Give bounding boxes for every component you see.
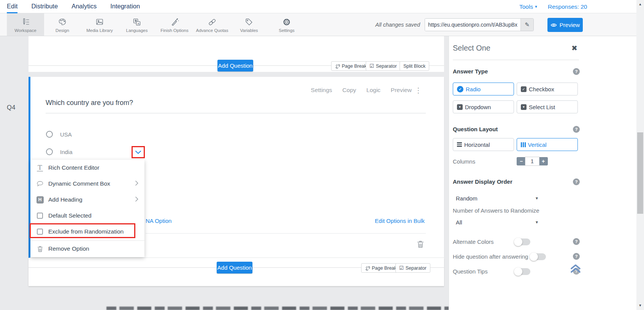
question-settings-panel: Select One ✖ Answer Type ? ✓ Radio ✓ Che… [449, 36, 636, 310]
help-icon[interactable]: ? [573, 68, 580, 75]
answer-type-dropdown[interactable]: ▼ Dropdown [453, 100, 514, 113]
question-tips-toggle[interactable] [514, 268, 530, 275]
question-copy-link[interactable]: Copy [343, 87, 356, 94]
scroll-down-arrow[interactable]: ▼ [636, 304, 644, 307]
page-break-button-top[interactable]: Page Break [331, 61, 370, 71]
svg-text:A: A [137, 22, 140, 25]
menu-item-dynamic-comment-box[interactable]: Dynamic Comment Box [30, 176, 144, 192]
top-nav: Edit Distribute Analytics Integration To… [0, 0, 636, 13]
edit-options-in-bulk-link[interactable]: Edit Options in Bulk [375, 218, 425, 224]
tab-distribute[interactable]: Distribute [31, 0, 58, 13]
question-more-menu[interactable]: ⋮ [415, 86, 422, 95]
toolbar-item-settings[interactable]: Settings [264, 16, 309, 33]
question-settings-link[interactable]: Settings [311, 87, 332, 94]
survey-url-input[interactable] [425, 19, 520, 31]
question-title-underline [46, 113, 426, 113]
answer-type-select-list[interactable]: ▼ Select List [517, 100, 578, 113]
question-title[interactable]: Which country are you from? [46, 99, 133, 107]
radio-option-india[interactable] [46, 148, 53, 155]
trash-icon [417, 240, 424, 248]
question-preview-link[interactable]: Preview [391, 87, 412, 94]
tab-analytics[interactable]: Analytics [71, 0, 97, 13]
menu-item-rich-content-editor[interactable]: T Rich Content Editor [30, 160, 144, 176]
editor-toolbar: Workspace Design Media Library A Languag… [0, 13, 636, 36]
tab-edit[interactable]: Edit [7, 0, 17, 13]
checked-box-icon: ☑ [399, 265, 404, 271]
question-layout-label: Question Layout [453, 126, 498, 132]
answer-type-radio[interactable]: ✓ Radio [453, 83, 514, 95]
add-question-button-bottom[interactable]: Add Question [217, 262, 252, 273]
option-label-usa[interactable]: USA [60, 131, 72, 138]
broken-link-icon [365, 265, 370, 270]
layout-horizontal[interactable]: Horizontal [453, 138, 514, 151]
question-logic-link[interactable]: Logic [366, 87, 381, 94]
randomize-count-select[interactable]: All [456, 219, 541, 226]
menu-item-default-selected[interactable]: Default Selected [30, 208, 144, 224]
responses-link[interactable]: Responses: 20 [548, 0, 587, 13]
display-order-select[interactable]: Random [456, 195, 541, 202]
option-label-india[interactable]: India [60, 149, 73, 155]
rich-text-icon: T [35, 164, 45, 172]
heading-icon: H [35, 196, 45, 203]
na-option-link[interactable]: NA Option [146, 218, 171, 224]
plus-button[interactable]: + [539, 157, 548, 165]
preview-button[interactable]: Preview [547, 18, 583, 32]
pencil-icon: ✎ [525, 21, 530, 28]
separator-button-top[interactable]: ☑ Separator [366, 61, 401, 71]
columns-label: Columns [453, 158, 475, 165]
answer-display-order-label: Answer Display Order [453, 178, 512, 185]
alternate-colors-toggle[interactable] [514, 238, 530, 245]
option-menu-chevron-button[interactable] [132, 146, 145, 158]
close-icon[interactable]: ✖ [571, 44, 577, 52]
question-tips-label: Question Tips [453, 268, 488, 275]
tools-menu[interactable]: Tools▾ [519, 0, 537, 13]
survey-url-box: ✎ [425, 18, 534, 31]
chevron-down-icon: ▾ [535, 4, 537, 9]
vertical-scrollbar[interactable]: ▲ ▼ [636, 0, 644, 310]
menu-item-add-heading[interactable]: H Add Heading [30, 192, 144, 208]
hide-question-toggle[interactable] [530, 253, 546, 260]
save-status: All changes saved [363, 13, 420, 36]
broken-link-icon [335, 64, 340, 68]
answer-type-checkbox[interactable]: ✓ Checkbox [517, 83, 578, 95]
help-icon[interactable]: ? [573, 253, 580, 260]
delete-question-button[interactable] [417, 240, 424, 250]
eye-icon [550, 23, 557, 27]
columns-value[interactable]: 1 [525, 157, 539, 166]
minus-button[interactable]: − [517, 157, 526, 165]
answer-type-label: Answer Type [453, 68, 488, 75]
chevron-down-icon [135, 151, 141, 154]
chevron-down-icon[interactable]: ▾ [536, 219, 538, 225]
layout-vertical[interactable]: Vertical [517, 138, 578, 151]
radio-selected-icon: ✓ [457, 86, 463, 92]
checkbox-icon [35, 229, 45, 235]
help-icon[interactable]: ? [573, 238, 580, 245]
question-actions: Settings Copy Logic Preview [311, 87, 412, 94]
options-divider [146, 233, 426, 234]
radio-option-usa[interactable] [46, 131, 53, 138]
alternate-colors-label: Alternate Colors [453, 238, 494, 245]
checkbox-dark-icon: ✓ [521, 86, 527, 92]
hide-question-label: Hide question after answering [453, 253, 528, 260]
menu-item-remove-option[interactable]: Remove Option [30, 241, 144, 257]
select-list-dark-icon: ▼ [521, 104, 527, 110]
horizontal-bars-icon [457, 142, 462, 147]
edit-url-button[interactable]: ✎ [520, 19, 533, 31]
help-icon[interactable]: ? [573, 126, 580, 133]
columns-stepper: − 1 + [517, 157, 548, 166]
menu-item-exclude-from-randomization[interactable]: Exclude from Randomization [30, 224, 144, 240]
split-block-button[interactable]: Split Block [400, 61, 429, 71]
page-break-button-bottom[interactable]: Page Break [361, 263, 400, 273]
tab-integration[interactable]: Integration [110, 0, 140, 13]
gear-icon [264, 16, 309, 27]
scroll-to-top-icon[interactable] [570, 264, 581, 274]
panel-title: Select One [453, 44, 490, 52]
chevron-down-icon[interactable]: ▾ [536, 196, 538, 201]
vertical-bars-icon [521, 142, 526, 147]
scroll-up-arrow[interactable]: ▲ [636, 2, 644, 6]
scrollbar-thumb[interactable] [637, 132, 643, 214]
separator-button-bottom[interactable]: ☑ Separator [395, 263, 430, 273]
submenu-chevron-icon [135, 196, 138, 203]
help-icon[interactable]: ? [573, 178, 580, 185]
add-question-button-top[interactable]: Add Question [217, 60, 253, 72]
